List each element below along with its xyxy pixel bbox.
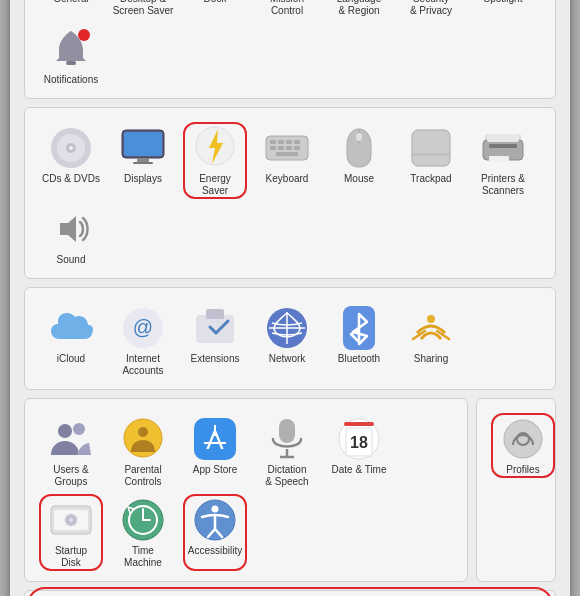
parental-label: ParentalControls (124, 464, 161, 488)
dictation-label: Dictation& Speech (265, 464, 308, 488)
svg-rect-46 (278, 140, 284, 144)
pref-icloud[interactable]: iCloud (35, 300, 107, 381)
pref-displays[interactable]: Displays (107, 120, 179, 201)
pref-energy[interactable]: EnergySaver (179, 120, 251, 201)
accessibility-icon (194, 499, 236, 541)
svg-rect-51 (286, 146, 292, 150)
svg-point-96 (212, 506, 219, 513)
accessibility-label: Accessibility (188, 545, 242, 557)
notifications-icon (51, 28, 91, 70)
pref-bluetooth[interactable]: Bluetooth (323, 300, 395, 381)
pref-sharing[interactable]: Sharing (395, 300, 467, 381)
personal-section: General Desktop &Screen Saver (24, 0, 556, 99)
svg-rect-42 (133, 162, 153, 164)
pref-parental[interactable]: ParentalControls (107, 411, 179, 492)
pref-trackpad[interactable]: Trackpad (395, 120, 467, 201)
svg-point-75 (138, 427, 148, 437)
svg-rect-49 (270, 146, 276, 150)
svg-rect-48 (294, 140, 300, 144)
pref-dock[interactable]: Dock (179, 0, 251, 21)
pref-users[interactable]: Users &Groups (35, 411, 107, 492)
appstore-icon: A (194, 418, 236, 460)
extensions-icon-wrap (193, 306, 237, 350)
spotlight-label: Spotlight (484, 0, 523, 5)
datetime-icon: 18 (338, 418, 380, 460)
svg-point-72 (58, 424, 72, 438)
profiles-icon-wrap (501, 417, 545, 461)
appstore-icon-wrap: A (193, 417, 237, 461)
pref-network[interactable]: Network (251, 300, 323, 381)
startup-icon-wrap (49, 498, 93, 542)
bluetooth-icon (343, 306, 375, 350)
svg-point-90 (69, 518, 73, 522)
desktop-label: Desktop &Screen Saver (113, 0, 174, 17)
cds-icon (50, 127, 92, 169)
displays-icon (121, 129, 165, 167)
extensions-icon (194, 307, 236, 349)
mouse-label: Mouse (344, 173, 374, 185)
personal-grid: General Desktop &Screen Saver (35, 0, 545, 90)
pref-sound[interactable]: Sound (35, 201, 107, 270)
energy-label: EnergySaver (199, 173, 231, 197)
users-label: Users &Groups (53, 464, 89, 488)
notifications-label: Notifications (44, 74, 98, 86)
mission-label: MissionControl (270, 0, 304, 17)
hardware-section: CDs & DVDs Displays (24, 107, 556, 279)
dictation-icon-wrap (265, 417, 309, 461)
pref-spotlight[interactable]: Spotlight (467, 0, 539, 21)
pref-startup[interactable]: StartupDisk (35, 492, 107, 573)
svg-point-97 (504, 420, 542, 458)
datetime-label: Date & Time (331, 464, 386, 476)
pref-mouse[interactable]: Mouse (323, 120, 395, 201)
svg-rect-65 (196, 315, 234, 343)
displays-icon-wrap (121, 126, 165, 170)
pref-mission[interactable]: MissionControl (251, 0, 323, 21)
trackpad-icon-wrap (409, 126, 453, 170)
mouse-icon-wrap (337, 126, 381, 170)
svg-rect-62 (489, 156, 509, 162)
pref-appstore[interactable]: A App Store (179, 411, 251, 492)
pref-desktop[interactable]: Desktop &Screen Saver (107, 0, 179, 21)
internet-icon-wrap: @ (121, 306, 165, 350)
appstore-label: App Store (193, 464, 237, 476)
security-label: Security& Privacy (410, 0, 452, 17)
svg-point-34 (78, 29, 90, 41)
svg-rect-33 (66, 61, 76, 65)
general-label: General (53, 0, 89, 5)
svg-rect-66 (206, 309, 224, 319)
energy-icon-wrap (193, 126, 237, 170)
pref-accessibility[interactable]: Accessibility (179, 492, 251, 573)
svg-rect-53 (276, 152, 298, 156)
network-icon-wrap (265, 306, 309, 350)
timemachine-icon (122, 499, 164, 541)
svg-rect-80 (279, 419, 295, 443)
svg-rect-61 (487, 134, 519, 142)
pref-notifications[interactable]: Notifications (35, 21, 107, 90)
pref-cds[interactable]: CDs & DVDs (35, 120, 107, 201)
pref-keyboard[interactable]: Keyboard (251, 120, 323, 201)
svg-text:18: 18 (350, 434, 368, 451)
trackpad-icon (411, 129, 451, 167)
energy-icon (195, 126, 235, 170)
parental-icon (123, 418, 163, 460)
printers-icon-wrap (481, 126, 525, 170)
svg-point-73 (73, 423, 85, 435)
svg-rect-56 (412, 130, 450, 166)
network-label: Network (269, 353, 306, 365)
sound-icon-wrap (49, 207, 93, 251)
icloud-label: iCloud (57, 353, 85, 365)
content: General Desktop &Screen Saver (10, 0, 570, 596)
pref-printers[interactable]: Printers &Scanners (467, 120, 539, 201)
pref-profiles[interactable]: Profiles (487, 411, 559, 480)
keyboard-label: Keyboard (266, 173, 309, 185)
pref-general[interactable]: General (35, 0, 107, 21)
pref-timemachine[interactable]: TimeMachine (107, 492, 179, 573)
pref-extensions[interactable]: Extensions (179, 300, 251, 381)
cds-icon-wrap (49, 126, 93, 170)
pref-language[interactable]: Language& Region (323, 0, 395, 21)
pref-internet[interactable]: @ InternetAccounts (107, 300, 179, 381)
pref-security[interactable]: Security& Privacy (395, 0, 467, 21)
pref-dictation[interactable]: Dictation& Speech (251, 411, 323, 492)
sound-label: Sound (57, 254, 86, 266)
pref-datetime[interactable]: 18 Date & Time (323, 411, 395, 492)
